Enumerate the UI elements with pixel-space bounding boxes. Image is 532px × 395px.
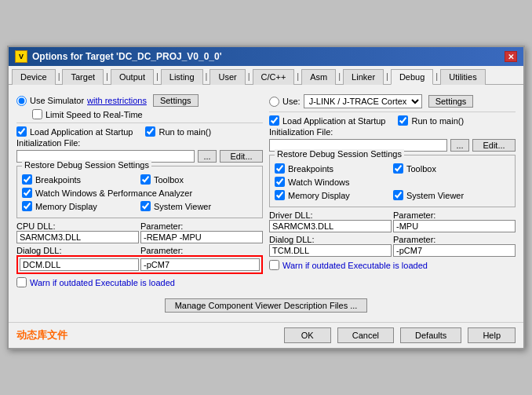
right-breakpoints-check[interactable] — [275, 163, 285, 174]
right-browse-button[interactable]: ... — [450, 139, 469, 152]
ok-button[interactable]: OK — [284, 327, 331, 343]
right-memory-check[interactable] — [275, 190, 285, 200]
tab-target[interactable]: Target — [62, 69, 104, 85]
left-panel: Use Simulator with restrictions Settings… — [16, 91, 263, 294]
simulator-radio[interactable] — [16, 96, 27, 106]
left-cpu-dll-input[interactable] — [16, 231, 139, 243]
jtrace-select[interactable]: J-LINK / J-TRACE Cortex — [304, 94, 422, 108]
sep2: | — [104, 68, 110, 84]
left-restore-grid: Breakpoints Toolbox — [22, 173, 257, 186]
close-button[interactable]: ✕ — [505, 51, 517, 62]
left-watch-check[interactable] — [22, 188, 32, 198]
simulator-row: Use Simulator with restrictions Settings — [16, 94, 263, 107]
jtrace-radio[interactable] — [269, 97, 279, 107]
left-warn-label: Warn if outdated Executable is loaded — [30, 278, 175, 287]
right-driver-param-input[interactable] — [393, 220, 516, 232]
right-restore-grid: Breakpoints Toolbox — [275, 162, 510, 175]
limit-speed-check[interactable] — [32, 109, 42, 119]
right-dialog-dll-label: Dialog DLL: — [269, 235, 392, 244]
right-warn-check[interactable] — [269, 260, 279, 270]
right-dialog-param-input[interactable] — [393, 244, 516, 257]
left-dialog-dll-row-highlighted — [16, 255, 263, 274]
left-dialog-dll-input[interactable] — [20, 258, 139, 271]
right-dialog-dll-row — [269, 244, 516, 257]
dialog-title: Options for Target 'DC_DC_PROJ_V0_0_0' — [32, 51, 222, 62]
main-content: Use Simulator with restrictions Settings… — [9, 85, 523, 322]
right-run-main-check[interactable] — [398, 115, 408, 126]
cancel-button[interactable]: Cancel — [337, 327, 394, 343]
right-memory-row: Memory Display — [275, 190, 392, 200]
right-watch-label: Watch Windows — [288, 177, 349, 187]
title-bar: V Options for Target 'DC_DC_PROJ_V0_0_0'… — [9, 47, 523, 66]
left-run-main-check[interactable] — [145, 126, 155, 137]
left-restore-group-title: Restore Debug Session Settings — [22, 160, 151, 170]
tab-linker[interactable]: Linker — [343, 69, 384, 85]
left-watch-row: Watch Windows & Performance Analyzer — [22, 188, 257, 198]
left-toolbox-label: Toolbox — [154, 175, 184, 185]
right-sysviewer-check[interactable] — [393, 190, 403, 200]
right-driver-dll-label: Driver DLL: — [269, 210, 392, 220]
left-toolbox-row: Toolbox — [140, 174, 257, 185]
help-button[interactable]: Help — [468, 327, 516, 343]
left-breakpoints-check[interactable] — [22, 174, 32, 185]
sep1: | — [56, 68, 62, 84]
sep6: | — [295, 68, 301, 84]
right-sysviewer-row: System Viewer — [393, 190, 510, 200]
tab-cpp[interactable]: C/C++ — [253, 69, 295, 85]
left-sysviewer-check[interactable] — [140, 201, 151, 211]
tab-device[interactable]: Device — [12, 69, 56, 85]
left-load-app-check[interactable] — [16, 126, 27, 137]
left-init-file-label: Initialization File: — [16, 138, 263, 148]
right-toolbox-row: Toolbox — [393, 163, 510, 174]
left-dialog-param-input[interactable] — [140, 258, 260, 271]
right-watch-check[interactable] — [275, 177, 285, 187]
right-edit-button[interactable]: Edit... — [472, 139, 516, 152]
right-driver-dll-input[interactable] — [269, 220, 392, 232]
sep7: | — [337, 68, 342, 84]
tab-output[interactable]: Output — [111, 69, 154, 85]
manage-component-button[interactable]: Manage Component Viewer Description File… — [165, 298, 368, 313]
right-warn-label: Warn if outdated Executable is loaded — [282, 261, 428, 270]
right-settings-button[interactable]: Settings — [428, 95, 474, 108]
left-warn-row: Warn if outdated Executable is loaded — [16, 277, 263, 287]
left-memory-check[interactable] — [22, 201, 32, 211]
left-warn-check[interactable] — [16, 277, 27, 287]
right-panel: Use: J-LINK / J-TRACE Cortex Settings Lo… — [269, 91, 516, 294]
app-icon: V — [15, 50, 27, 63]
left-cpu-param-label: Parameter: — [140, 221, 263, 231]
left-toolbox-check[interactable] — [140, 174, 151, 185]
right-dialog-param-label: Parameter: — [393, 235, 516, 244]
left-sysviewer-row: System Viewer — [140, 201, 257, 211]
left-sysviewer-label: System Viewer — [154, 202, 211, 211]
left-browse-button[interactable]: ... — [198, 150, 217, 163]
defaults-button[interactable]: Defaults — [400, 327, 461, 343]
left-settings-button[interactable]: Settings — [153, 94, 199, 107]
limit-speed-row: Limit Speed to Real-Time — [32, 109, 263, 119]
left-edit-button[interactable]: Edit... — [220, 150, 263, 163]
restrictions-link[interactable]: with restrictions — [87, 96, 147, 105]
tab-utilities[interactable]: Utilities — [440, 69, 485, 85]
right-breakpoints-label: Breakpoints — [288, 164, 333, 174]
tab-asm[interactable]: Asm — [301, 69, 336, 85]
sep9: | — [434, 68, 439, 84]
two-column-layout: Use Simulator with restrictions Settings… — [16, 91, 516, 294]
right-toolbox-label: Toolbox — [406, 164, 436, 174]
right-toolbox-check[interactable] — [393, 163, 403, 174]
simulator-label: Use Simulator — [30, 96, 84, 105]
right-load-app-check[interactable] — [269, 115, 279, 126]
right-dialog-dll-input[interactable] — [269, 244, 392, 257]
tab-debug[interactable]: Debug — [391, 69, 433, 85]
tab-listing[interactable]: Listing — [161, 69, 203, 85]
right-watch-row: Watch Windows — [275, 177, 510, 187]
bottom-left-text: 动态库文件 — [16, 328, 67, 342]
right-load-app-label: Load Application at Startup — [282, 116, 385, 126]
right-sysviewer-label: System Viewer — [406, 191, 464, 200]
right-run-main-label: Run to main() — [411, 116, 464, 126]
tab-user[interactable]: User — [210, 69, 245, 85]
right-init-file-label: Initialization File: — [269, 127, 516, 137]
left-restore-content: Breakpoints Toolbox Watch Windows & Perf… — [22, 173, 257, 213]
bottom-bar: 动态库文件 OK Cancel Defaults Help — [9, 322, 523, 348]
left-dialog-dll-label: Dialog DLL: — [16, 246, 139, 255]
title-bar-left: V Options for Target 'DC_DC_PROJ_V0_0_0' — [15, 50, 222, 63]
left-cpu-param-input[interactable] — [140, 231, 263, 243]
